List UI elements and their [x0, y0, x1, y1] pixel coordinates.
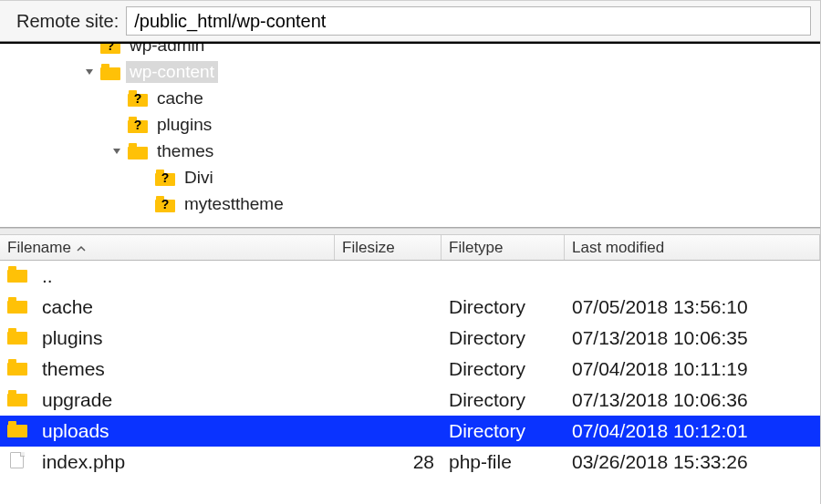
- remote-site-bar: Remote site:: [0, 0, 820, 42]
- column-header-filesize[interactable]: Filesize: [335, 235, 442, 260]
- folder-icon: [7, 266, 27, 283]
- file-list[interactable]: ..cacheDirectory07/05/2018 13:56:10plugi…: [0, 261, 820, 478]
- list-row-modified: [565, 261, 820, 292]
- list-row-modified: 07/13/2018 10:06:35: [565, 323, 820, 354]
- svg-marker-0: [86, 69, 93, 75]
- tree-item-label: wp-admin: [126, 44, 208, 57]
- column-header-filename[interactable]: Filename: [0, 235, 335, 260]
- list-row-name: cache: [42, 296, 93, 318]
- tree-item-label: plugins: [153, 114, 215, 136]
- list-row[interactable]: pluginsDirectory07/13/2018 10:06:35: [0, 323, 820, 354]
- list-row[interactable]: cacheDirectory07/05/2018 13:56:10: [0, 292, 820, 323]
- tree-item-label: cache: [153, 87, 207, 109]
- disclosure-spacer: [137, 197, 151, 211]
- unknown-folder-icon: ?: [155, 170, 175, 186]
- tree-item[interactable]: ?plugins: [0, 111, 820, 138]
- remote-path-input[interactable]: [126, 6, 811, 36]
- tree-item-label: themes: [153, 140, 217, 162]
- list-row-size: [335, 323, 442, 354]
- disclosure-spacer: [137, 170, 151, 185]
- tree-item[interactable]: ?Divi: [0, 164, 820, 190]
- list-row-name: themes: [42, 358, 105, 380]
- tree-item[interactable]: ?wp-admin: [0, 44, 820, 58]
- list-row-modified: 07/04/2018 10:11:19: [565, 354, 820, 385]
- folder-icon: [7, 297, 27, 314]
- column-header-filetype-label: Filetype: [449, 239, 504, 257]
- list-row-size: 28: [335, 447, 442, 478]
- disclosure-down-icon[interactable]: [109, 144, 124, 159]
- list-row-size: [335, 385, 442, 416]
- list-row-size: [335, 261, 442, 292]
- tree-item[interactable]: ?mytesttheme: [0, 190, 820, 217]
- disclosure-down-icon[interactable]: [82, 65, 97, 79]
- list-row[interactable]: index.php28php-file03/26/2018 15:33:26: [0, 447, 820, 478]
- tree-item[interactable]: wp-content: [0, 58, 820, 85]
- tree-item-label: mytesttheme: [181, 193, 287, 215]
- column-header-filetype[interactable]: Filetype: [442, 235, 565, 260]
- disclosure-spacer: [82, 44, 97, 53]
- list-row-size: [335, 416, 442, 447]
- disclosure-spacer: [109, 118, 124, 132]
- list-row-name: uploads: [42, 420, 109, 442]
- list-row-name: index.php: [42, 451, 125, 473]
- folder-icon: [128, 143, 148, 159]
- unknown-folder-icon: ?: [155, 196, 175, 212]
- list-row-size: [335, 292, 442, 323]
- list-row-name: upgrade: [42, 389, 112, 411]
- column-header-filesize-label: Filesize: [342, 239, 395, 257]
- unknown-folder-icon: ?: [100, 44, 120, 54]
- sort-asc-icon: [77, 239, 86, 257]
- list-row[interactable]: ..: [0, 261, 820, 292]
- list-row-size: [335, 354, 442, 385]
- list-row-type: Directory: [442, 323, 565, 354]
- list-row-modified: 07/13/2018 10:06:36: [565, 385, 820, 416]
- pane-splitter[interactable]: [0, 228, 820, 235]
- list-row-type: Directory: [442, 292, 565, 323]
- list-row[interactable]: themesDirectory07/04/2018 10:11:19: [0, 354, 820, 385]
- disclosure-spacer: [109, 91, 124, 106]
- file-list-header: Filename Filesize Filetype Last modified: [0, 235, 820, 261]
- folder-icon: [7, 328, 27, 345]
- list-row-type: Directory: [442, 354, 565, 385]
- folder-icon: [7, 421, 27, 437]
- list-row-type: Directory: [442, 385, 565, 416]
- column-header-modified-label: Last modified: [572, 239, 664, 257]
- list-row-modified: 07/04/2018 10:12:01: [565, 416, 820, 447]
- column-header-modified[interactable]: Last modified: [565, 235, 820, 260]
- column-header-filename-label: Filename: [7, 239, 71, 257]
- unknown-folder-icon: ?: [128, 90, 148, 107]
- tree-item[interactable]: themes: [0, 138, 820, 164]
- list-row-type: [442, 261, 565, 292]
- file-icon: [7, 452, 27, 468]
- list-row-modified: 03/26/2018 15:33:26: [565, 447, 820, 478]
- list-row-modified: 07/05/2018 13:56:10: [565, 292, 820, 323]
- list-row-name: plugins: [42, 327, 103, 349]
- tree-item[interactable]: ?cache: [0, 85, 820, 111]
- folder-icon: [7, 359, 27, 375]
- tree-item-label: Divi: [181, 167, 217, 189]
- list-row[interactable]: upgradeDirectory07/13/2018 10:06:36: [0, 385, 820, 416]
- list-row[interactable]: uploadsDirectory07/04/2018 10:12:01: [0, 416, 820, 447]
- remote-tree[interactable]: ?wp-adminwp-content?cache?pluginsthemes?…: [0, 44, 820, 228]
- list-row-name: ..: [42, 265, 53, 287]
- unknown-folder-icon: ?: [128, 117, 148, 133]
- folder-icon: [7, 390, 27, 406]
- tree-item-label: wp-content: [126, 61, 218, 83]
- svg-marker-1: [113, 149, 120, 154]
- folder-icon: [100, 64, 120, 80]
- list-row-type: php-file: [442, 447, 565, 478]
- list-row-type: Directory: [442, 416, 565, 447]
- remote-site-label: Remote site:: [16, 11, 119, 32]
